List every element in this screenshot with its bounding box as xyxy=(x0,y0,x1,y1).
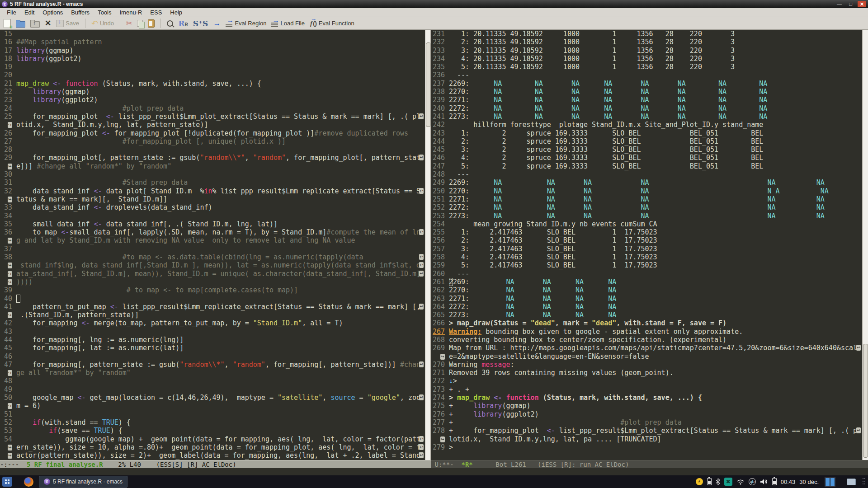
power-manager-icon[interactable]: ⚡ xyxy=(696,478,703,485)
minimize-button[interactable]: — xyxy=(835,1,844,7)
wrap-arrow-icon: ↩ xyxy=(419,436,424,442)
line-number: 20 xyxy=(0,71,12,79)
volume-icon[interactable] xyxy=(760,479,768,485)
bluetooth-icon[interactable] xyxy=(716,478,720,485)
menu-item-file[interactable]: File xyxy=(3,9,20,16)
code-line: 15 xyxy=(0,30,425,38)
line-number: 275 xyxy=(433,402,445,410)
wrap-continuation-icon: ↪ xyxy=(8,445,12,450)
code-line: 42 for_mapping <- merge(to_map, pattern_… xyxy=(0,319,425,327)
code-line: 2642272: NA NA NA NA xyxy=(433,303,862,311)
load-file-button[interactable]: Load File xyxy=(271,20,304,27)
code-line: 2532273: NA NA NA NA NA NA xyxy=(433,212,862,220)
app-menu-button[interactable] xyxy=(2,477,12,487)
panel-grip[interactable] xyxy=(863,477,865,486)
r-session-button[interactable]: RR xyxy=(178,19,188,28)
menu-item-edit[interactable]: Edit xyxy=(20,9,38,16)
wrap-arrow-icon: ↩ xyxy=(419,444,424,450)
line-number: 243 xyxy=(433,129,445,137)
line-number: ↪ xyxy=(0,236,12,244)
code-line: 44 for_mapping[, lng := as.numeric(lng)] xyxy=(0,336,425,344)
close-button[interactable]: ✕ xyxy=(858,1,866,7)
save-button[interactable]: Save xyxy=(56,20,79,27)
dired-button[interactable] xyxy=(30,19,40,28)
splus-session-button[interactable]: S⁺S xyxy=(193,19,208,28)
menu-item-ess[interactable]: ESS xyxy=(146,9,166,16)
code-line: 2382270: NA NA NA NA NA NA NA NA xyxy=(433,88,862,96)
show-desktop-icon[interactable] xyxy=(847,479,856,485)
code-line: 41 pattern_to_put_map <- list_ppp_result… xyxy=(0,303,425,311)
line-number: 261 xyxy=(433,278,445,286)
line-number: 259 xyxy=(433,261,445,269)
system-tray: ⚡ ✖ qb 00:43 30 déc. xyxy=(696,475,865,488)
line-number: 250 xyxy=(433,187,445,195)
code-line: 256 2: 2.417463 SLO_BEL 1 17.75023 xyxy=(433,236,862,244)
menu-item-tools[interactable]: Tools xyxy=(94,9,115,16)
code-line: 267Warning: bounding box given to google… xyxy=(433,328,862,336)
code-line: 234 4: 20.11335 49.18592 1000 1 1356 28 … xyxy=(433,55,862,63)
line-number: 45 xyxy=(0,344,12,352)
eval-region-icon xyxy=(226,20,233,27)
code-line: 244 2: 2 spruce 169.3333 SLO_BEL BEL_051… xyxy=(433,137,862,145)
search-button[interactable] xyxy=(167,20,173,27)
eval-region-label: Eval Region xyxy=(235,20,266,27)
wrap-arrow-icon: ↩ xyxy=(419,262,424,268)
paste-button[interactable] xyxy=(148,19,155,28)
clock-time[interactable]: 00:43 xyxy=(781,479,796,485)
battery-icon-2[interactable] xyxy=(772,478,777,485)
line-number: 278 xyxy=(433,427,445,435)
new-file-button[interactable] xyxy=(4,19,11,28)
workspace-2[interactable] xyxy=(830,478,835,486)
line-number: 31 xyxy=(0,178,12,187)
maximize-button[interactable]: □ xyxy=(846,1,855,7)
desktop: ε 5 RF final analyse.R - emacs — □ ✕ Fil… xyxy=(0,0,868,488)
eval-function-button[interactable]: ƒ()Eval Function xyxy=(310,20,354,27)
firefox-icon[interactable] xyxy=(24,477,33,487)
tray-app-icon[interactable]: ✖ xyxy=(724,478,732,486)
line-number: ↪ xyxy=(0,311,12,319)
copy-button[interactable] xyxy=(137,20,143,27)
clock-date[interactable]: 30 déc. xyxy=(799,479,819,485)
console-scrollbar[interactable] xyxy=(862,30,868,460)
line-number: 47 xyxy=(0,361,12,369)
workspace-pager[interactable] xyxy=(825,477,835,487)
eval-line-button[interactable]: → xyxy=(213,20,221,27)
close-buffer-button[interactable]: ✕ xyxy=(45,19,51,28)
console-scrollbar-thumb[interactable] xyxy=(863,344,868,458)
qbittorrent-icon[interactable]: qb xyxy=(749,478,756,485)
modeline-source: -:--- 5 RF final analyse.R 2% L40 (ESS[S… xyxy=(0,460,431,468)
line-number: 262 xyxy=(433,286,445,294)
menu-item-buffers[interactable]: Buffers xyxy=(67,9,94,16)
code-line: 255 1: 2.417463 SLO_BEL 1 17.75023 xyxy=(433,228,862,236)
menu-item-help[interactable]: Help xyxy=(166,9,186,16)
line-number: ↪ xyxy=(0,451,12,460)
source-scrollbar[interactable] xyxy=(425,30,431,460)
code-line: 29 for_mapping_plot[, pattern_state := g… xyxy=(0,154,425,162)
battery-icon[interactable] xyxy=(707,478,712,485)
taskbar-window-button[interactable]: ε 5 RF final analyse.R - emacs xyxy=(39,476,127,488)
wifi-icon[interactable] xyxy=(736,479,745,485)
code-line: 2612269: NA NA NA NA xyxy=(433,278,862,286)
line-number: 270 xyxy=(433,361,445,369)
open-file-button[interactable] xyxy=(16,19,25,28)
source-window[interactable]: 1516##Map spatial pattern17library(ggmap… xyxy=(0,30,425,460)
workspace-1[interactable] xyxy=(826,478,830,486)
line-number: 18 xyxy=(0,55,12,63)
close-x-icon: ✕ xyxy=(45,19,51,28)
cut-button[interactable]: ✂ xyxy=(126,19,132,28)
code-line: 38 #to_map <- as.data.table(cbind(lng = … xyxy=(0,253,425,261)
line-number: 264 xyxy=(433,303,445,311)
code-line: 17library(ggmap) xyxy=(0,47,425,55)
menu-item-options[interactable]: Options xyxy=(38,9,67,16)
console-window[interactable]: 231 1: 20.11335 49.18592 1000 1 1356 28 … xyxy=(433,30,862,460)
menu-bar: FileEditOptionsBuffersToolsImenu-RESSHel… xyxy=(0,8,868,17)
menu-item-imenu-r[interactable]: Imenu-R xyxy=(115,9,146,16)
code-line: 48 xyxy=(0,377,425,385)
source-scrollbar-thumb[interactable] xyxy=(426,42,431,127)
code-line: 2412273: NA NA NA NA NA NA NA NA xyxy=(433,113,862,121)
eval-region-button[interactable]: Eval Region xyxy=(226,20,266,27)
line-number: 258 xyxy=(433,253,445,261)
code-line: 243 1: 2 spruce 169.3333 SLO_BEL BEL_051… xyxy=(433,129,862,137)
undo-button[interactable]: ↶Undo xyxy=(91,20,114,27)
code-line: 274> map_draw <- function (Status, mark,… xyxy=(433,394,862,402)
